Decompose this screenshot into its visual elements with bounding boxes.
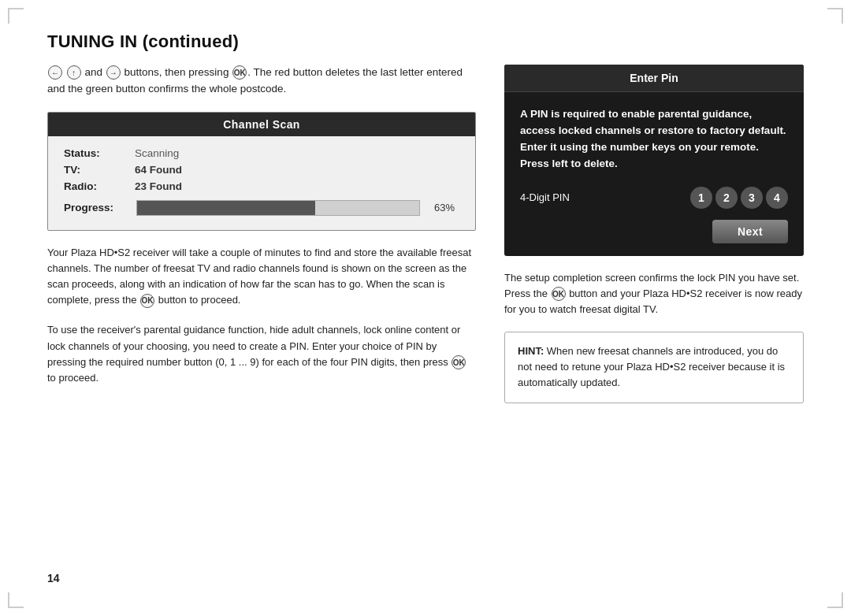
- pin-digits-container: 1 2 3 4: [690, 187, 788, 209]
- up-icon: ↑: [67, 65, 81, 80]
- ok-icon-intro: OK: [232, 65, 247, 80]
- ok-icon-body1: OK: [140, 294, 154, 308]
- enter-pin-body: A PIN is required to enable parental gui…: [504, 92, 804, 256]
- progress-percent: 63%: [434, 202, 459, 213]
- channel-scan-body: Status: Scanning TV: 64 Found Radio: 23 …: [48, 136, 475, 230]
- corner-mark-tr: [827, 8, 843, 24]
- progress-bar-container: [136, 200, 420, 216]
- radio-row: Radio: 23 Found: [64, 180, 459, 192]
- radio-label: Radio:: [64, 180, 127, 192]
- hint-box: HINT: When new freesat channels are intr…: [504, 332, 804, 403]
- status-row: Status: Scanning: [64, 147, 459, 159]
- progress-bar-fill: [137, 201, 315, 215]
- right-arrow-icon: →: [106, 65, 121, 80]
- hint-label: HINT:: [518, 345, 544, 357]
- next-button-row: Next: [520, 220, 788, 243]
- pin-digit-2: 2: [715, 187, 738, 209]
- tv-row: TV: 64 Found: [64, 164, 459, 176]
- next-button[interactable]: Next: [712, 220, 788, 243]
- right-column: Enter Pin A PIN is required to enable pa…: [504, 65, 804, 584]
- pin-digit-1: 1: [690, 187, 712, 209]
- tv-label: TV:: [64, 164, 127, 176]
- progress-label: Progress:: [64, 202, 127, 213]
- channel-scan-box: Channel Scan Status: Scanning TV: 64 Fou…: [47, 112, 476, 231]
- pin-digit-3: 3: [741, 187, 763, 209]
- progress-row: Progress: 63%: [64, 200, 459, 216]
- enter-pin-header: Enter Pin: [504, 65, 804, 92]
- status-label: Status:: [64, 147, 127, 159]
- pin-input-row: 4-Digit PIN 1 2 3 4: [520, 187, 788, 209]
- body-paragraph-1: Your Plaza HD•S2 receiver will take a co…: [47, 245, 476, 309]
- page-wrapper: TUNING IN (continued) ← ↑ and → buttons,…: [0, 0, 851, 616]
- status-value: Scanning: [135, 147, 179, 159]
- ok-icon-body2: OK: [452, 355, 466, 369]
- corner-mark-bl: [8, 592, 24, 608]
- corner-mark-br: [827, 592, 843, 608]
- radio-value: 23 Found: [135, 180, 182, 192]
- corner-mark-tl: [8, 8, 24, 24]
- page-title: TUNING IN (continued): [47, 32, 804, 52]
- enter-pin-box: Enter Pin A PIN is required to enable pa…: [504, 65, 804, 256]
- pin-digit-4: 4: [766, 187, 788, 209]
- hint-text: HINT: When new freesat channels are intr…: [518, 343, 790, 391]
- two-column-layout: ← ↑ and → buttons, then pressing OK. The…: [47, 65, 804, 584]
- left-column: ← ↑ and → buttons, then pressing OK. The…: [47, 65, 476, 584]
- left-arrow-icon: ←: [48, 65, 62, 80]
- tv-value: 64 Found: [135, 164, 182, 176]
- channel-scan-header: Channel Scan: [48, 113, 475, 136]
- ok-icon-completion: OK: [552, 287, 566, 301]
- pin-label: 4-Digit PIN: [520, 191, 570, 203]
- page-number: 14: [47, 558, 476, 584]
- pin-description: A PIN is required to enable parental gui…: [520, 106, 788, 173]
- completion-text: The setup completion screen confirms the…: [504, 270, 804, 317]
- body-paragraph-2: To use the receiver's parental guidance …: [47, 322, 476, 386]
- intro-paragraph: ← ↑ and → buttons, then pressing OK. The…: [47, 65, 476, 98]
